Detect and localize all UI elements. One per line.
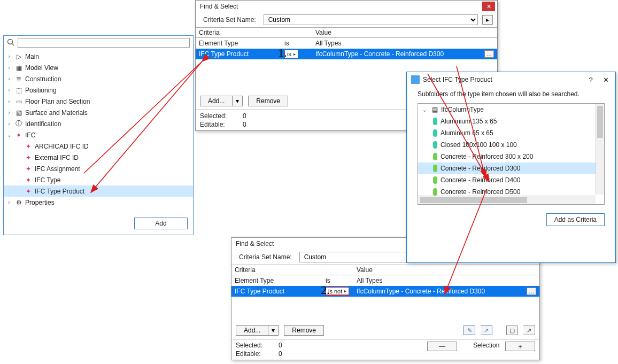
- remove-button[interactable]: Remove: [248, 96, 288, 106]
- ifc-item-label: Closed 100x100 100 x 100: [441, 141, 517, 149]
- criteria-cell: IFC Type Product: [231, 288, 322, 295]
- pick-tool-arrow[interactable]: ↗: [481, 326, 492, 335]
- col-value: Value: [353, 265, 376, 275]
- criteria-cell: Element Type: [196, 40, 281, 47]
- select-button[interactable]: ＋: [505, 342, 535, 351]
- add-criteria-button[interactable]: Add: [134, 218, 188, 229]
- dialog-title: Select IFC Type Product: [423, 76, 492, 83]
- criteria-row-ifc-type-product[interactable]: IFC Type Product is▸ IfcColumnType - Con…: [196, 49, 497, 59]
- ifc-item[interactable]: Closed 100x100 100 x 100: [418, 139, 604, 151]
- tree-label: Properties: [25, 199, 55, 206]
- ifc-group-column[interactable]: ⌄▤IfcColumnType: [418, 104, 604, 115]
- scrollbar-horizontal[interactable]: [418, 196, 596, 204]
- tree-item-ifc-type-product[interactable]: ✦IFC Type Product: [4, 185, 193, 197]
- operator-dropdown[interactable]: is not▸: [326, 287, 349, 296]
- col-value: Value: [312, 28, 335, 37]
- tree-item-external-ifc-id[interactable]: ✦External IFC ID: [4, 152, 193, 163]
- add-menu-button[interactable]: ▾: [268, 325, 279, 336]
- ifc-item[interactable]: Aluminium 65 x 65: [418, 127, 604, 139]
- tree-label: Surface and Materials: [25, 109, 88, 117]
- tree-item-construction[interactable]: ›≣Construction: [4, 73, 193, 84]
- add-button[interactable]: Add...: [200, 96, 233, 106]
- operator-cell: is: [281, 40, 312, 47]
- tree-item-floorplan[interactable]: ›▭Floor Plan and Section: [4, 96, 193, 107]
- selected-value: 0: [243, 112, 246, 120]
- material-icon: [433, 153, 437, 160]
- criteria-row-ifc-type-product[interactable]: IFC Type Product is not▸ IfcColumnType -…: [231, 286, 539, 297]
- tree-item-ifc[interactable]: ⌄✦IFC: [4, 129, 193, 141]
- deselect-button[interactable]: —: [427, 342, 457, 351]
- ifc-item[interactable]: Aluminium 135 x 65: [418, 115, 604, 127]
- svg-point-0: [8, 39, 13, 44]
- tree-item-positioning[interactable]: ›⬚Positioning: [4, 84, 193, 96]
- tree-label: Main: [25, 53, 39, 60]
- ifc-item-label: Concrete - Reinforced 300 x 200: [441, 153, 533, 160]
- tree-item-model-view[interactable]: ›▦Model View: [4, 62, 193, 73]
- material-icon: [433, 176, 437, 184]
- scrollbar-vertical[interactable]: [596, 104, 604, 195]
- editable-label: Editable:: [200, 121, 227, 128]
- tree-item-ifc-type[interactable]: ✦IFC Type: [4, 174, 193, 185]
- material-icon: [433, 188, 437, 196]
- ifc-item[interactable]: Concrete - Reinforced D400: [418, 174, 604, 186]
- criteria-set-menu-button[interactable]: ▸: [482, 15, 493, 25]
- criteria-tree: ›▷Main ›▦Model View ›≣Construction ›⬚Pos…: [4, 50, 193, 210]
- tree-label: Construction: [25, 75, 61, 83]
- criteria-header: Criteria Value: [196, 28, 497, 38]
- tree-item-identification[interactable]: ›ⓘIdentification: [4, 118, 193, 129]
- operator-cell: is: [322, 277, 353, 284]
- svg-line-1: [12, 43, 14, 45]
- editable-value: 0: [243, 121, 246, 128]
- criteria-set-select[interactable]: Custom: [264, 14, 478, 25]
- search-icon: [7, 38, 14, 48]
- ifc-group-label: IfcColumnType: [441, 106, 484, 113]
- pick-tool-button[interactable]: ✎: [464, 326, 475, 335]
- criteria-picker-panel: ›▷Main ›▦Model View ›≣Construction ›⬚Pos…: [3, 35, 194, 235]
- titlebar: Find & Select ✕: [196, 1, 497, 12]
- help-button[interactable]: ?: [583, 74, 598, 85]
- add-button[interactable]: Add...: [236, 325, 268, 336]
- value-cell: All Types: [312, 40, 344, 47]
- editable-label: Editable:: [236, 350, 262, 358]
- ifc-item[interactable]: Concrete - Reinforced 300 x 200: [418, 151, 604, 162]
- add-as-criteria-button[interactable]: Add as Criteria: [546, 213, 605, 226]
- value-cell: IfcColumnType - Concrete - Reinforced D3…: [353, 288, 488, 295]
- titlebar: Select IFC Type Product ? ✕: [407, 72, 615, 87]
- operator-dropdown[interactable]: is▸: [284, 50, 298, 58]
- ifc-type-tree: ⌄▤IfcColumnType Aluminium 135 x 65 Alumi…: [418, 103, 605, 205]
- search-input[interactable]: [18, 38, 190, 48]
- value-picker-button[interactable]: …: [484, 50, 494, 58]
- tree-label: IFC: [25, 131, 35, 139]
- tree-label: Positioning: [25, 87, 57, 94]
- ifc-item-label: Concrete - Reinforced D500: [441, 188, 520, 196]
- tree-label: IFC Assignment: [35, 165, 80, 173]
- tree-item-archicad-ifc-id[interactable]: ✦ARCHICAD IFC ID: [4, 141, 193, 152]
- col-criteria: Criteria: [196, 28, 281, 37]
- ifc-item-label: Aluminium 65 x 65: [441, 129, 493, 137]
- tree-label: IFC Type: [35, 176, 60, 184]
- selected-label: Selected:: [236, 342, 262, 349]
- criteria-cell: Element Type: [231, 277, 322, 284]
- tree-item-surface[interactable]: ›▧Surface and Materials: [4, 107, 193, 118]
- tree-item-ifc-assignment[interactable]: ✦IFC Assignment: [4, 163, 193, 174]
- tree-item-properties[interactable]: ›⚙Properties: [4, 197, 193, 208]
- material-icon: [433, 118, 437, 125]
- close-button[interactable]: ✕: [482, 2, 495, 11]
- add-menu-button[interactable]: ▾: [233, 96, 243, 106]
- close-button[interactable]: ✕: [598, 74, 613, 85]
- element-tool-arrow[interactable]: ↗: [523, 326, 535, 335]
- remove-button[interactable]: Remove: [284, 325, 324, 336]
- criteria-header: Criteria Value: [231, 265, 539, 275]
- value-picker-button[interactable]: …: [527, 288, 536, 295]
- element-tool-button[interactable]: ▢: [506, 326, 518, 335]
- ifc-item-label: Concrete - Reinforced D400: [441, 176, 520, 184]
- selected-value: 0: [279, 342, 282, 349]
- dialog-title: Find & Select: [236, 240, 274, 247]
- tree-item-main[interactable]: ›▷Main: [4, 51, 193, 62]
- ifc-item-selected[interactable]: Concrete - Reinforced D300: [418, 162, 604, 174]
- criteria-row-element-type[interactable]: Element Type is All Types: [196, 38, 497, 49]
- criteria-row-element-type[interactable]: Element Type is All Types: [231, 275, 539, 286]
- value-cell: All Types: [353, 277, 385, 284]
- tree-label: Floor Plan and Section: [25, 98, 90, 105]
- value-cell: IfcColumnType - Concrete - Reinforced D3…: [312, 50, 447, 58]
